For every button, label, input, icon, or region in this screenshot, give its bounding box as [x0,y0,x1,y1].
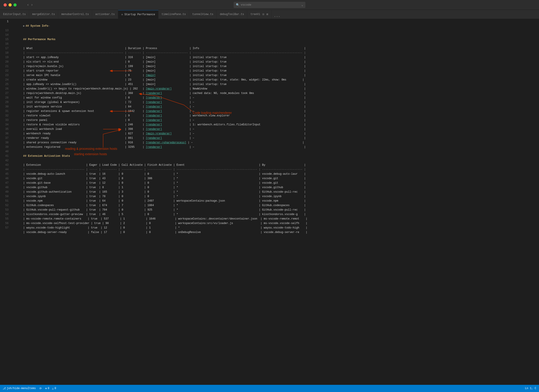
tab-timelinepane[interactable]: timelinePane.ts [159,10,189,19]
search-bar[interactable]: 🔍 vscode ⌄ [234,2,305,8]
line-number: 30 [0,105,11,109]
line-number: 47 [0,181,11,185]
line-number: 55 [0,217,11,221]
line-number: 25 [0,82,11,87]
line-number: 17 [0,46,11,51]
git-branch-icon: ⎇ [3,387,6,390]
line-number: 45 [0,172,11,176]
titlebar: ‹ › 🔍 vscode ⌄ [0,0,539,10]
code-line-16: | What | Duration | Process | Info | [14,42,539,46]
line-number: 50 [0,194,11,199]
forward-arrow-icon[interactable]: › [31,3,33,7]
tab-actionbar[interactable]: actionbar.ts [92,10,118,19]
tab-mergeeditor[interactable]: mergeEditor.ts [29,10,58,19]
warnings-icon: △ [52,387,53,390]
code-line-gap [14,24,539,28]
line-number: 28 [0,96,11,100]
code-line-14: ## Performance Marks [14,33,539,37]
traffic-lights [0,3,22,6]
line-number: 49 [0,190,11,194]
tab-label: treeVi [250,13,260,16]
tabbar: EditorInput.ts mergeEditor.ts menubarCon… [0,10,539,19]
line-number: 22 [0,69,11,73]
git-branch[interactable]: ⎇ joh/hide-menuItems [3,387,36,390]
tab-label: debugToolBar.ts [220,13,244,16]
tab-tunnelview[interactable]: tunnelView.ts [189,10,217,19]
line-number: 33 [0,118,11,122]
errors-warnings[interactable]: ⊗ 0 △ 0 [45,387,56,390]
line-number: 43 [0,163,11,167]
line-number: 34 [0,122,11,127]
line-number: 32 [0,113,11,118]
search-input[interactable]: vscode [241,3,251,6]
tab-editorinput[interactable]: EditorInput.ts [0,10,29,19]
tab-label: menubarControl.ts [61,13,89,16]
code-content: ▶## System Info– ## Performance Marks | … [11,19,539,385]
line-number: 36 [0,131,11,136]
line-number: 52 [0,203,11,208]
branch-name: joh/hide-menuItems [7,387,36,390]
code-line-1: ▶## System Info– [14,19,539,24]
more-tabs-button[interactable]: ··· [271,15,283,19]
search-dropdown-icon[interactable]: ⌄ [301,3,303,7]
tab-label: Startup Performance [125,13,155,16]
tab-label: timelinePane.ts [162,13,186,16]
line-number: 48 [0,185,11,190]
line-number: 23 [0,73,11,77]
search-icon: 🔍 [236,3,240,7]
line-number: 27 [0,91,11,96]
tab-treevi[interactable]: treeVi ⊡ ⊞ [247,10,271,19]
code-line-41 [14,154,539,158]
line-number: 54 [0,212,11,217]
tab-label: EditorInput.ts [3,13,26,16]
line-number: 31 [0,109,11,113]
tab-label: tunnelView.ts [192,13,213,16]
warning-count: 0 [54,387,56,390]
sync-icon: ⟳ [39,387,42,390]
code-line-40: ## Extension Activation Stats [14,149,539,154]
line-number: 20 [0,60,11,64]
grid-icon[interactable]: ⊞ [267,13,268,16]
line-number: 24 [0,77,11,82]
line-number [0,24,11,28]
code-line-15 [14,37,539,42]
line-number: 40 [0,149,11,154]
line-number: 41 [0,154,11,158]
code-line-13 [14,28,539,33]
tab-debugtoolbar[interactable]: debugToolBar.ts [217,10,247,19]
line-number: 18 [0,51,11,55]
line-number: 35 [0,127,11,131]
line-number: 46 [0,176,11,181]
error-count: 0 [48,387,49,390]
line-number: 39 [0,145,11,149]
line-number: 53 [0,208,11,212]
statusbar: ⎇ joh/hide-menuItems ⟳ ⊗ 0 △ 0 Ln 1, C [0,385,539,392]
tab-label: actionbar.ts [95,13,115,16]
tab-startup-performance[interactable]: ✕ Startup Performance [118,10,159,19]
minimize-button[interactable] [9,3,12,6]
back-arrow-icon[interactable]: ‹ [27,3,29,7]
line-number: 56 [0,221,11,226]
line-number: 14 [0,33,11,37]
line-number: 26 [0,87,11,91]
close-button[interactable] [4,3,7,6]
tab-label: mergeEditor.ts [32,13,55,16]
tab-menubarcontrol[interactable]: menubarControl.ts [58,10,92,19]
line-number: 21 [0,64,11,69]
line-number: 44 [0,167,11,172]
split-icon[interactable]: ⊡ [263,13,264,16]
line-number: 19 [0,55,11,60]
line-number: 42 [0,158,11,163]
maximize-button[interactable] [14,3,17,6]
sync-button[interactable]: ⟳ [39,387,42,390]
tab-close-icon[interactable]: ✕ [121,13,123,16]
errors-icon: ⊗ [45,387,47,390]
line-number: 29 [0,100,11,105]
line-number: 37 [0,136,11,140]
line-number: 51 [0,199,11,203]
cursor-position[interactable]: Ln 1, C [525,387,536,390]
line-number: 38 [0,140,11,145]
position-text: Ln 1, C [525,387,536,390]
nav-arrows: ‹ › [22,3,33,7]
line-number: 1 [0,19,11,24]
